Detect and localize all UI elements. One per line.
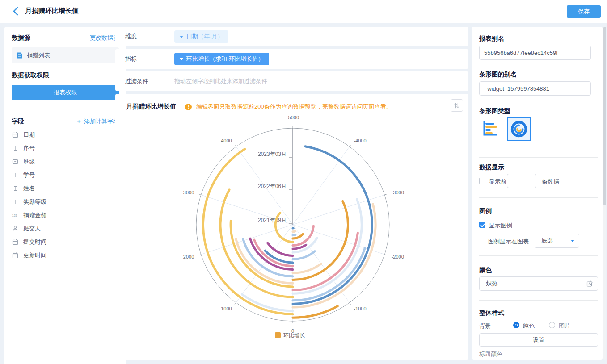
field-item[interactable]: 日期: [12, 128, 119, 142]
caret-down-icon: [571, 240, 574, 242]
calendar-icon: [12, 131, 19, 138]
fields-title: 字段: [12, 117, 24, 126]
preview-notice: 编辑界面只取数据源前200条作为查询数据预览，完整数据请访问页面查看。: [196, 103, 392, 111]
dimension-tag[interactable]: 日期（年-月）: [174, 30, 228, 43]
permission-title: 数据获取权限: [12, 71, 119, 79]
metric-row: 指标 环比增长（求和-环比增长值）: [115, 49, 468, 69]
svg-text:-4000: -4000: [354, 138, 366, 143]
field-item[interactable]: 更新时间: [12, 249, 119, 262]
caret-down-icon: [180, 58, 183, 60]
dimension-row: 维度 日期（年-月）: [115, 27, 468, 46]
color-select[interactable]: 炽热: [479, 276, 598, 291]
chart-panel: -5000-4000-3000-2000-1000010002000300040…: [115, 94, 468, 360]
change-datasource-link[interactable]: 更改数据源: [90, 34, 119, 42]
field-item[interactable]: 提交时间: [12, 235, 119, 249]
color-value: 炽热: [480, 280, 586, 288]
filter-row[interactable]: 过滤条件 拖动左侧字段到此处来添加过滤条件: [115, 71, 468, 91]
report-alias-label: 报表别名: [479, 35, 504, 43]
warning-icon: !: [185, 104, 192, 110]
field-label: 班级: [23, 158, 35, 166]
bg-image-radio[interactable]: [549, 322, 555, 328]
color-section-label: 颜色: [479, 266, 492, 274]
fields-card: 字段 ＋ 添加计算字段 日期序号班级学号姓名奖励等级123捐赠金额提交人提交时间…: [4, 110, 126, 364]
field-item[interactable]: 123捐赠金额: [12, 209, 119, 222]
field-label: 奖励等级: [23, 198, 46, 206]
field-item[interactable]: 序号: [12, 142, 119, 155]
text-icon: [12, 185, 19, 192]
divider: [479, 300, 598, 301]
bg-solid-radio[interactable]: [513, 322, 519, 328]
legend-position-select[interactable]: 底部: [535, 234, 579, 248]
select-caret: [566, 234, 579, 247]
field-item[interactable]: 姓名: [12, 182, 119, 195]
report-alias-input[interactable]: [479, 46, 591, 60]
widget-alias-input[interactable]: [479, 81, 591, 96]
datasource-title: 数据源: [12, 34, 30, 42]
show-legend-label: 显示图例: [489, 222, 512, 230]
sort-button[interactable]: [451, 99, 463, 112]
svg-text:123: 123: [12, 213, 18, 218]
svg-text:-5000: -5000: [287, 115, 299, 120]
caret-down-icon: [180, 36, 183, 38]
sort-icon: [453, 102, 460, 109]
field-label: 序号: [23, 144, 35, 152]
show-first-label: 显示前: [489, 178, 506, 186]
show-first-checkbox[interactable]: [479, 178, 485, 184]
chart-type-polar-option[interactable]: [507, 117, 531, 141]
chart-type-label: 条形图类型: [479, 107, 510, 115]
metric-label: 指标: [125, 55, 174, 63]
field-item[interactable]: 奖励等级: [12, 195, 119, 209]
svg-text:2000: 2000: [183, 254, 194, 259]
legend-position-value: 底部: [535, 237, 566, 245]
svg-text:-2000: -2000: [392, 254, 404, 259]
legend-label: 环比增长: [283, 332, 305, 339]
field-item[interactable]: 学号: [12, 168, 119, 182]
datasource-item[interactable]: 捐赠列表: [12, 47, 119, 63]
divider: [479, 157, 598, 158]
report-permission-button[interactable]: 报表权限: [12, 85, 119, 100]
widget-alias-label: 条形图的别名: [479, 71, 517, 79]
background-label: 背景: [479, 322, 491, 330]
edit-icon[interactable]: [586, 280, 598, 287]
polar-chart-svg: -5000-4000-3000-2000-1000010002000300040…: [115, 94, 468, 360]
show-first-input[interactable]: [507, 174, 536, 188]
filter-placeholder: 拖动左侧字段到此处来添加过滤条件: [174, 77, 267, 85]
page-title: 月捐赠环比增长值: [25, 7, 79, 18]
chart-title: 月捐赠环比增长值: [126, 103, 176, 111]
svg-text:-1000: -1000: [354, 306, 366, 311]
data-display-label: 数据显示: [479, 163, 504, 172]
calendar-icon: [12, 252, 19, 259]
field-item[interactable]: 提交人: [12, 222, 119, 235]
legend-position-label: 图例显示在图表: [488, 238, 529, 246]
save-button[interactable]: 保存: [567, 5, 601, 18]
settings-button[interactable]: 设置: [479, 333, 598, 347]
app-window: 月捐赠环比增长值 保存 数据源 更改数据源 捐赠列表 数据获取权限 报表权限 字…: [0, 0, 607, 364]
svg-text:1000: 1000: [221, 306, 232, 311]
text-icon: [12, 145, 19, 152]
chevron-left-icon: [12, 6, 20, 17]
add-calc-field-link[interactable]: ＋ 添加计算字段: [76, 117, 119, 126]
field-label: 日期: [23, 131, 35, 139]
svg-text:3000: 3000: [183, 190, 194, 195]
field-label: 学号: [23, 171, 35, 179]
style-section-label: 整体样式: [479, 309, 504, 317]
polar-chart-icon: [510, 120, 528, 138]
show-legend-checkbox[interactable]: [479, 222, 485, 228]
dimension-label: 维度: [125, 33, 174, 41]
field-item[interactable]: 班级: [12, 155, 119, 168]
text-icon: [12, 198, 19, 205]
scrollbar-thumb[interactable]: [603, 27, 606, 205]
legend-section-label: 图例: [479, 207, 492, 215]
title-color-label: 标题颜色: [479, 350, 502, 358]
field-label: 捐赠金额: [23, 211, 46, 219]
select-icon: [12, 158, 19, 165]
person-icon: [12, 225, 19, 232]
back-button[interactable]: [12, 6, 23, 17]
top-bar: 月捐赠环比增长值 保存: [0, 0, 607, 23]
scrollbar-track[interactable]: [603, 27, 606, 360]
field-label: 提交人: [23, 225, 41, 233]
rows-suffix-label: 条数据: [542, 178, 559, 186]
chart-type-bar-option[interactable]: [478, 117, 502, 140]
bg-image-label: 图片: [559, 322, 570, 330]
metric-tag[interactable]: 环比增长（求和-环比增长值）: [174, 53, 269, 65]
